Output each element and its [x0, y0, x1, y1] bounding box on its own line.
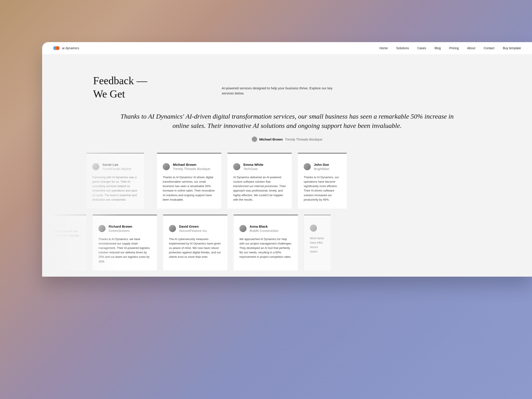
- featured-testimonial: Thanks to AI Dynamics' AI-driven digital…: [42, 112, 532, 142]
- featured-author-name: Michael Brown: [259, 137, 283, 141]
- avatar: [304, 163, 311, 170]
- avatar: [233, 163, 240, 170]
- testimonial-body: Thanks to AI Dynamics, our operations ha…: [304, 175, 341, 202]
- navbar: ai dynamics Home Solutions Cases Blog Pr…: [42, 42, 532, 54]
- testimonial-company: BuildIt Construction: [250, 229, 279, 233]
- testimonial-company: Trendy Threads Boutique: [173, 167, 210, 171]
- logo-icon: [53, 46, 60, 50]
- avatar: [169, 225, 176, 232]
- testimonial-name: David Green: [179, 225, 208, 228]
- testimonial-body: Thanks to AI Dynamics' AI-driven digital…: [163, 175, 215, 202]
- testimonial-body: Thanks to AI Dynamics, we have revolutio…: [98, 237, 151, 264]
- nav-about[interactable]: About: [467, 46, 475, 50]
- testimonial-company: TechGear: [243, 167, 263, 171]
- testimonial-name: Emma White: [243, 163, 263, 166]
- testimonial-carousel-row-2: sorting and our our We've seen ing their…: [42, 215, 532, 270]
- featured-quote-text: Thanks to AI Dynamics' AI-driven digital…: [115, 112, 459, 130]
- testimonial-body: The AI cybersecurity measures implemente…: [169, 237, 222, 259]
- testimonial-card[interactable]: Work fanta have effici recom lookin: [304, 215, 331, 270]
- page-title: Feedback — We Get: [93, 74, 222, 101]
- avatar: [310, 225, 317, 232]
- testimonial-body: sorting and our our We've seen ing their: [53, 229, 81, 238]
- testimonial-name: Sarah Lee: [102, 163, 131, 166]
- brand-name: ai dynamics: [62, 46, 79, 50]
- nav-buy-template[interactable]: Buy template: [503, 46, 521, 50]
- testimonial-company: BrightMart: [314, 167, 329, 171]
- nav-solutions[interactable]: Solutions: [396, 46, 409, 50]
- avatar: [239, 225, 247, 232]
- testimonial-card[interactable]: Richard Brown GreenGrocers Thanks to AI …: [93, 215, 157, 270]
- testimonial-company: SecureFinance Inc.: [179, 229, 208, 233]
- nav-contact[interactable]: Contact: [484, 46, 494, 50]
- testimonial-name: Richard Brown: [109, 225, 132, 228]
- browser-window: ai dynamics Home Solutions Cases Blog Pr…: [42, 42, 532, 277]
- testimonial-body: Partnering with AI Dynamics was a game-c…: [92, 175, 138, 202]
- testimonial-card[interactable]: Sarah Lee FreshFoods Market Partnering w…: [86, 153, 144, 209]
- testimonial-card[interactable]: Michael Brown Trendy Threads Boutique Th…: [157, 153, 221, 209]
- page-content: Feedback — We Get AI-powered services de…: [42, 54, 532, 270]
- testimonial-card[interactable]: David Green SecureFinance Inc. The AI cy…: [163, 215, 228, 270]
- avatar: [98, 225, 106, 232]
- testimonial-company: GreenGrocers: [109, 229, 132, 233]
- testimonial-card[interactable]: sorting and our our We've seen ing their: [53, 215, 86, 270]
- testimonial-name: Michael Brown: [173, 163, 210, 166]
- title-line-2: We Get: [93, 88, 125, 100]
- nav-blog[interactable]: Blog: [435, 46, 441, 50]
- title-line-1: Feedback —: [93, 75, 147, 86]
- featured-author-company: Trendy Threads Boutique: [285, 137, 322, 141]
- page-subheading: AI-powered services designed to help you…: [222, 86, 341, 96]
- testimonial-name: John Doe: [314, 163, 329, 166]
- testimonial-body: We approached AI Dynamics for help with …: [239, 237, 292, 259]
- testimonial-body: Work fanta have effici recom lookin: [310, 236, 325, 254]
- nav-home[interactable]: Home: [380, 46, 388, 50]
- testimonial-card[interactable]: John Doe BrightMart Thanks to AI Dynamic…: [298, 153, 347, 209]
- brand-logo[interactable]: ai dynamics: [53, 46, 79, 50]
- featured-author: Michael Brown Trendy Threads Boutique: [115, 137, 459, 142]
- testimonial-card[interactable]: Anna Black BuildIt Construction We appro…: [234, 215, 298, 270]
- header-section: Feedback — We Get AI-powered services de…: [42, 74, 532, 101]
- avatar: [92, 163, 99, 170]
- avatar: [163, 163, 170, 170]
- testimonial-carousel-row-1: Sarah Lee FreshFoods Market Partnering w…: [42, 153, 532, 209]
- testimonial-company: FreshFoods Market: [102, 167, 131, 171]
- testimonial-body: AI Dynamics delivered an AI-powered cust…: [233, 175, 286, 202]
- nav-cases[interactable]: Cases: [417, 46, 426, 50]
- nav-links: Home Solutions Cases Blog Pricing About …: [380, 46, 521, 50]
- avatar: [252, 137, 257, 142]
- testimonial-name: Anna Black: [250, 225, 279, 228]
- testimonial-card[interactable]: Emma White TechGear AI Dynamics delivere…: [228, 153, 292, 209]
- nav-pricing[interactable]: Pricing: [449, 46, 459, 50]
